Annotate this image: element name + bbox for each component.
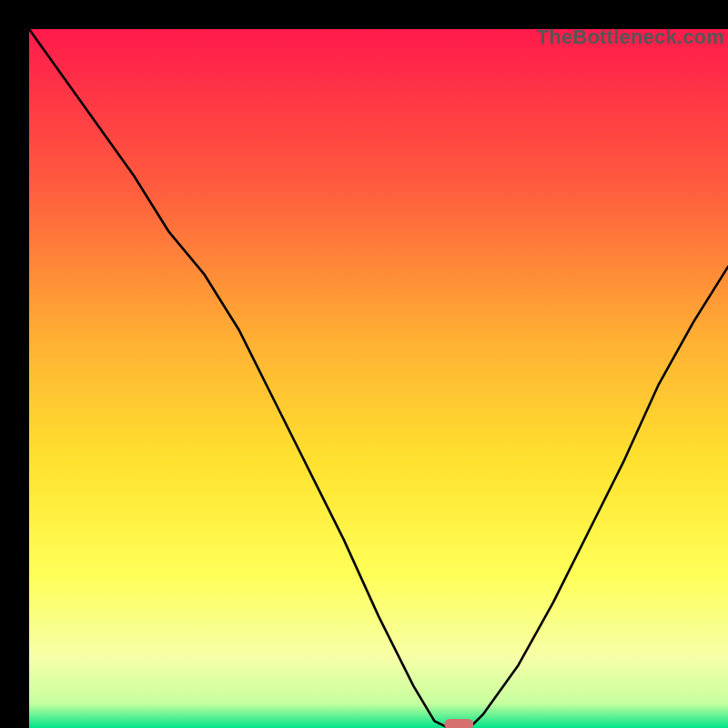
optimum-marker: [444, 719, 473, 728]
plot-area: TheBottleneck.com: [29, 29, 728, 728]
gradient-background: [29, 29, 728, 728]
chart-svg: [29, 29, 728, 728]
watermark-label: TheBottleneck.com: [537, 25, 724, 49]
chart-frame: TheBottleneck.com: [0, 0, 728, 728]
